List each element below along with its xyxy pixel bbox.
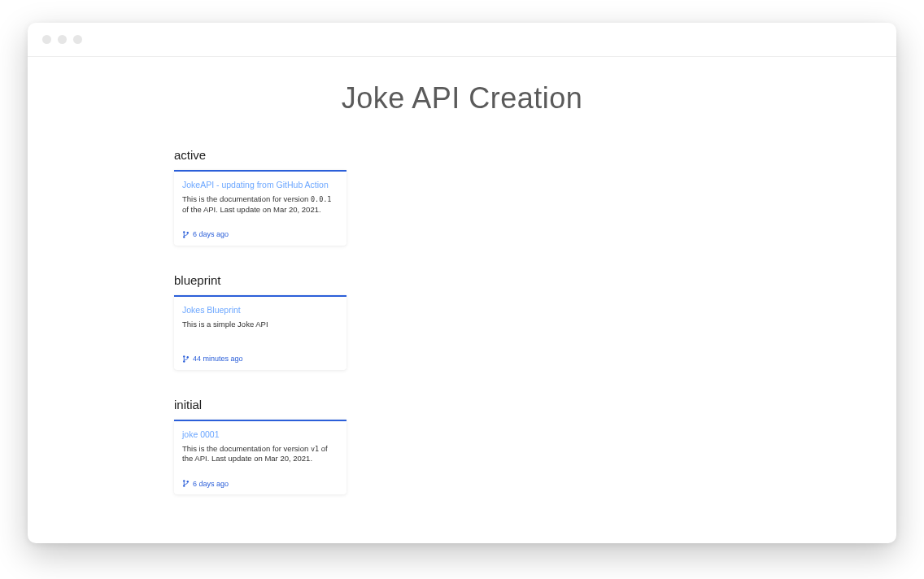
window-minimize-icon[interactable] (58, 35, 67, 44)
api-card-description: This is the documentation for version v1… (182, 444, 338, 465)
page-title: Joke API Creation (60, 81, 864, 115)
api-card-title[interactable]: JokeAPI - updating from GitHub Action (182, 180, 338, 189)
svg-point-8 (187, 481, 189, 482)
browser-frame: Joke API Creation active JokeAPI - updat… (28, 23, 896, 543)
api-card-footer: 6 days ago (182, 230, 338, 239)
section-label-initial: initial (174, 398, 864, 411)
api-card-description: This is a simple Joke API (182, 320, 338, 340)
section-label-blueprint: blueprint (174, 273, 864, 287)
code-branch-icon (182, 479, 190, 488)
page-content: Joke API Creation active JokeAPI - updat… (28, 81, 896, 494)
svg-point-0 (183, 231, 185, 233)
svg-point-1 (183, 236, 185, 237)
section-blueprint: blueprint Jokes Blueprint This is a simp… (174, 273, 864, 370)
window-maximize-icon[interactable] (73, 35, 82, 44)
api-card-updated-time: 6 days ago (193, 480, 229, 488)
svg-point-2 (187, 232, 189, 233)
window-close-icon[interactable] (42, 35, 51, 44)
svg-point-5 (187, 356, 189, 358)
api-card-title[interactable]: joke 0001 (182, 429, 338, 439)
api-card-initial[interactable]: joke 0001 This is the documentation for … (174, 420, 346, 495)
svg-point-6 (183, 481, 185, 482)
api-card-blueprint[interactable]: Jokes Blueprint This is a simple Joke AP… (174, 295, 346, 370)
code-branch-icon (182, 355, 190, 364)
api-card-updated-time: 6 days ago (193, 230, 229, 238)
code-branch-icon (182, 230, 190, 239)
section-initial: initial joke 0001 This is the documentat… (174, 398, 864, 495)
svg-point-7 (183, 485, 185, 487)
section-active: active JokeAPI - updating from GitHub Ac… (174, 148, 864, 246)
api-card-footer: 44 minutes ago (182, 355, 338, 364)
sections-column: active JokeAPI - updating from GitHub Ac… (174, 148, 864, 494)
svg-point-4 (183, 360, 185, 362)
api-card-title[interactable]: Jokes Blueprint (182, 305, 338, 315)
api-card-updated-time: 44 minutes ago (193, 355, 243, 363)
api-card-footer: 6 days ago (182, 479, 338, 488)
api-card-description: This is the documentation for version 0.… (182, 194, 338, 215)
svg-point-3 (183, 355, 185, 357)
section-label-active: active (174, 148, 864, 162)
api-card-active[interactable]: JokeAPI - updating from GitHub Action Th… (174, 170, 346, 246)
browser-title-bar (28, 23, 896, 57)
